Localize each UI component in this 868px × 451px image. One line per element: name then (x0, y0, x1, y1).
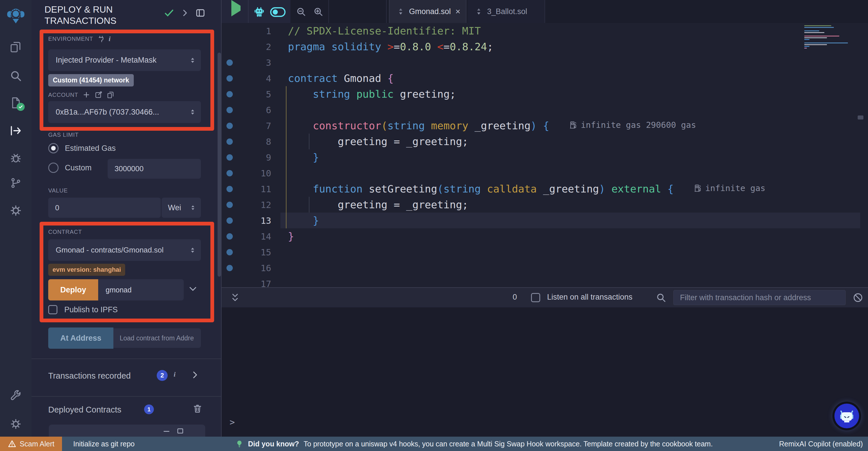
sidebar-item-tools[interactable] (0, 385, 32, 407)
editor-scrollbar-marker[interactable] (858, 115, 863, 119)
deploy-button[interactable]: Deploy (48, 279, 98, 301)
remixai-copilot-status[interactable]: RemixAI Copilot (enabled) (779, 440, 863, 448)
deploy-param-input[interactable] (98, 279, 184, 301)
contract-select[interactable]: Gmonad - contracts/Gmonad.sol (48, 239, 201, 261)
estimated-gas-option[interactable]: Estimated Gas (48, 143, 116, 153)
did-you-know-tip: Did you know? To prototype on a uniswap … (236, 436, 713, 451)
line-number: 3 (237, 57, 271, 68)
search-icon[interactable] (656, 292, 666, 303)
environment-info-icon[interactable]: i (109, 35, 111, 43)
editor-toolbar: Home Gmonad.sol × 3_Ballot.sol (222, 0, 868, 23)
line-number: 6 (237, 105, 271, 115)
code-line: 9 } (222, 149, 868, 165)
transactions-expand-chevron-icon[interactable] (190, 370, 200, 380)
warning-triangle-icon (8, 440, 17, 448)
clear-console-ban-icon[interactable] (852, 292, 863, 303)
remix-logo[interactable] (5, 5, 27, 27)
transaction-filter-input[interactable] (673, 290, 846, 305)
deployed-contract-card[interactable] (49, 425, 205, 436)
tab-3-ballot-sol[interactable]: 3_Ballot.sol (468, 0, 545, 23)
code-line: 2pragma solidity >=0.8.0 <=0.8.24; (222, 39, 868, 55)
expand-terminal-chevrons-icon[interactable] (229, 292, 241, 303)
copy-account-icon[interactable] (106, 91, 115, 99)
breakpoint-dot (226, 123, 233, 129)
ai-assistant-robot-icon[interactable] (253, 5, 266, 19)
zoom-out-icon[interactable] (296, 6, 307, 17)
listen-transactions-label: Listen on all transactions (547, 293, 632, 302)
estimated-gas-radio[interactable] (48, 143, 59, 153)
tab-gmonad-sol[interactable]: Gmonad.sol × (389, 0, 466, 23)
breakpoint-dot (226, 170, 233, 176)
remixai-assistant-bubble[interactable] (832, 402, 861, 430)
deploy-run-panel: DEPLOY & RUN TRANSACTIONS ENVIRONMENT i … (32, 0, 222, 436)
breakpoint-dot (226, 249, 233, 255)
panel-scrollbar[interactable] (218, 53, 221, 277)
panel-pin-columns-icon[interactable] (195, 8, 206, 18)
solidity-file-icon (475, 7, 483, 16)
gas-estimate-note: infinite gas (694, 183, 766, 193)
sidebar-item-preferences[interactable] (0, 413, 32, 435)
status-bar: Scam Alert Initialize as git repo Did yo… (0, 436, 868, 451)
deploy-run-icon (9, 124, 22, 137)
contract-label: CONTRACT (48, 229, 82, 235)
line-number: 14 (237, 231, 271, 242)
terminal-output[interactable]: > (222, 307, 868, 436)
panel-title: DEPLOY & RUN TRANSACTIONS (44, 4, 171, 26)
line-number: 13 (237, 216, 271, 226)
transactions-info-icon[interactable]: i (174, 371, 176, 378)
value-unit-select[interactable]: Wei (162, 198, 201, 218)
account-select[interactable]: 0xB1a...AF67b (7037.30466... (48, 101, 201, 123)
code-line: 10 (222, 165, 868, 181)
breakpoint-dot (226, 186, 233, 192)
sidebar-item-settings[interactable] (0, 200, 32, 222)
code-line: 6 (222, 102, 868, 118)
estimated-gas-label: Estimated Gas (65, 144, 116, 153)
maximize-icon[interactable] (176, 426, 185, 435)
code-line: 17 (222, 276, 868, 287)
gear-icon (10, 418, 22, 430)
solidity-file-icon (397, 7, 404, 16)
sidebar-item-debugger[interactable] (0, 147, 32, 169)
minimap[interactable] (804, 25, 848, 49)
sidebar-item-search[interactable] (0, 65, 32, 87)
code-line: 4contract Gmonad { (222, 71, 868, 86)
sidebar-item-git[interactable] (0, 172, 32, 194)
custom-gas-radio[interactable] (48, 163, 59, 173)
git-init-button[interactable]: Initialize as git repo (73, 440, 135, 448)
transactions-count-badge: 2 (157, 370, 167, 381)
minimize-icon[interactable] (162, 426, 171, 435)
code-line: 5 string public greeting; (222, 86, 868, 102)
line-number: 7 (237, 121, 271, 131)
edit-account-icon[interactable] (94, 91, 102, 99)
breakpoint-dot (226, 265, 233, 271)
add-account-icon[interactable] (82, 91, 90, 99)
publish-ipfs-checkbox[interactable] (48, 305, 57, 314)
custom-gas-input[interactable] (107, 159, 201, 179)
sidebar-item-solidity-compiler[interactable] (0, 92, 32, 114)
code-editor[interactable]: 1// SPDX-License-Identifier: MIT2pragma … (222, 23, 868, 287)
sidebar-item-file-explorer[interactable] (0, 36, 32, 58)
line-number: 1 (237, 26, 271, 36)
breakpoint-dot (226, 233, 233, 239)
scam-alert-button[interactable]: Scam Alert (0, 436, 62, 451)
copilot-toggle-icon[interactable] (270, 6, 286, 18)
value-input[interactable] (48, 198, 161, 218)
zoom-in-icon[interactable] (313, 6, 324, 17)
breakpoint-dot (226, 202, 233, 208)
environment-select[interactable]: Injected Provider - MetaMask (48, 49, 201, 71)
sidebar-item-deploy-and-run[interactable] (0, 120, 32, 142)
trash-icon[interactable] (192, 403, 203, 414)
compiled-check-badge (17, 103, 25, 111)
deployed-count-badge: 1 (144, 404, 154, 414)
deploy-expand-chevron-icon[interactable] (188, 284, 198, 293)
run-script-button[interactable] (231, 6, 241, 11)
custom-gas-option[interactable]: Custom (48, 163, 92, 173)
listen-transactions-checkbox[interactable] (531, 293, 540, 302)
code-line: 1// SPDX-License-Identifier: MIT (222, 23, 868, 39)
at-address-button[interactable]: At Address (48, 328, 113, 349)
breakpoint-dot (226, 75, 233, 82)
panel-collapse-chevron-icon[interactable] (180, 8, 189, 18)
plug-icon[interactable] (97, 35, 105, 43)
at-address-input[interactable] (113, 328, 201, 348)
close-icon[interactable]: × (456, 7, 461, 17)
